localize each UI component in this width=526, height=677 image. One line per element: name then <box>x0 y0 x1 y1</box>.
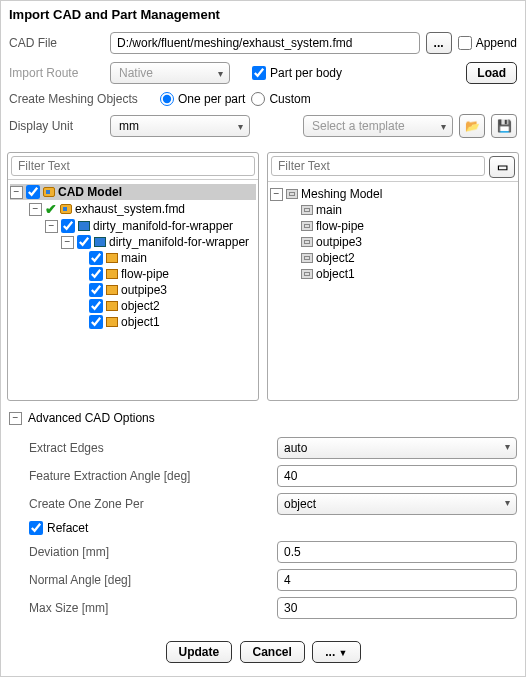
collapse-icon[interactable]: − <box>9 412 22 425</box>
update-button[interactable]: Update <box>166 641 233 663</box>
meshing-tree-pane: ▭ − Meshing Model main flow-pipe outpipe… <box>267 152 519 401</box>
component-icon <box>94 237 106 247</box>
append-label: Append <box>476 36 517 50</box>
cad-tree[interactable]: − CAD Model − ✔ exhaust_system.fmd − dir… <box>8 180 258 398</box>
tree-assembly[interactable]: − dirty_manifold-for-wrapper <box>10 218 256 234</box>
expand-icon: ▭ <box>497 160 508 174</box>
cad-filter-input[interactable] <box>11 156 255 176</box>
mesh-icon <box>301 221 313 231</box>
mesh-icon <box>301 205 313 215</box>
create-zone-label: Create One Zone Per <box>29 497 269 511</box>
collapse-icon[interactable]: − <box>45 220 58 233</box>
collapse-icon[interactable]: − <box>10 186 23 199</box>
display-unit-select[interactable]: mm <box>110 115 250 137</box>
extract-edges-select[interactable]: auto <box>277 437 517 459</box>
cad-file-label: CAD File <box>9 36 104 50</box>
part-per-body-checkbox[interactable]: Part per body <box>252 66 342 80</box>
feature-angle-label: Feature Extraction Angle [deg] <box>29 469 269 483</box>
refacet-checkbox[interactable]: Refacet <box>29 521 88 535</box>
append-checkbox[interactable]: Append <box>458 36 517 50</box>
create-zone-select[interactable]: object <box>277 493 517 515</box>
tree-mesh-item[interactable]: main <box>270 202 516 218</box>
tree-body[interactable]: main <box>10 250 256 266</box>
tree-mesh-item[interactable]: outpipe3 <box>270 234 516 250</box>
tree-body[interactable]: outpipe3 <box>10 282 256 298</box>
mesh-filter-input[interactable] <box>271 156 485 176</box>
tree-mesh-item[interactable]: object1 <box>270 266 516 282</box>
assembly-icon <box>43 187 55 197</box>
mesh-icon <box>301 269 313 279</box>
tree-mesh-item[interactable]: object2 <box>270 250 516 266</box>
load-button[interactable]: Load <box>466 62 517 84</box>
check-icon: ✔ <box>45 201 57 217</box>
template-select[interactable]: Select a template <box>303 115 453 137</box>
advanced-title: Advanced CAD Options <box>28 411 155 425</box>
feature-angle-input[interactable] <box>277 465 517 487</box>
collapse-icon[interactable]: − <box>29 203 42 216</box>
tree-root-cad[interactable]: − CAD Model <box>10 184 256 200</box>
body-icon <box>106 269 118 279</box>
chevron-down-icon: ▼ <box>339 648 348 658</box>
meshing-tree[interactable]: − Meshing Model main flow-pipe outpipe3 … <box>268 182 518 400</box>
save-icon: 💾 <box>497 119 512 133</box>
create-meshing-label: Create Meshing Objects <box>9 92 154 106</box>
tree-root-mesh[interactable]: − Meshing Model <box>270 186 516 202</box>
tree-assembly[interactable]: − dirty_manifold-for-wrapper <box>10 234 256 250</box>
display-unit-label: Display Unit <box>9 119 104 133</box>
one-per-part-radio[interactable]: One per part <box>160 92 245 106</box>
import-route-label: Import Route <box>9 66 104 80</box>
browse-button[interactable]: ... <box>426 32 452 54</box>
mesh-icon <box>301 253 313 263</box>
save-template-button[interactable]: 💾 <box>491 114 517 138</box>
extract-edges-label: Extract Edges <box>29 441 269 455</box>
collapse-icon[interactable]: − <box>61 236 74 249</box>
tree-mesh-item[interactable]: flow-pipe <box>270 218 516 234</box>
tree-body[interactable]: object2 <box>10 298 256 314</box>
custom-radio[interactable]: Custom <box>251 92 310 106</box>
deviation-input[interactable] <box>277 541 517 563</box>
max-size-input[interactable] <box>277 597 517 619</box>
tree-body[interactable]: object1 <box>10 314 256 330</box>
dialog-title: Import CAD and Part Management <box>1 1 525 28</box>
body-icon <box>106 301 118 311</box>
body-icon <box>106 253 118 263</box>
body-icon <box>106 285 118 295</box>
import-route-select[interactable]: Native <box>110 62 230 84</box>
tree-body[interactable]: flow-pipe <box>10 266 256 282</box>
folder-open-icon: 📂 <box>465 119 480 133</box>
component-icon <box>78 221 90 231</box>
mesh-model-icon <box>286 189 298 199</box>
collapse-icon[interactable]: − <box>270 188 283 201</box>
mesh-icon <box>301 237 313 247</box>
expand-all-button[interactable]: ▭ <box>489 156 515 178</box>
more-button[interactable]: ... ▼ <box>312 641 360 663</box>
deviation-label: Deviation [mm] <box>29 545 269 559</box>
cad-file-input[interactable] <box>110 32 420 54</box>
cancel-button[interactable]: Cancel <box>240 641 305 663</box>
normal-angle-label: Normal Angle [deg] <box>29 573 269 587</box>
cad-tree-pane: − CAD Model − ✔ exhaust_system.fmd − dir… <box>7 152 259 401</box>
assembly-icon <box>60 204 72 214</box>
open-template-button[interactable]: 📂 <box>459 114 485 138</box>
tree-file[interactable]: − ✔ exhaust_system.fmd <box>10 200 256 218</box>
max-size-label: Max Size [mm] <box>29 601 269 615</box>
body-icon <box>106 317 118 327</box>
normal-angle-input[interactable] <box>277 569 517 591</box>
